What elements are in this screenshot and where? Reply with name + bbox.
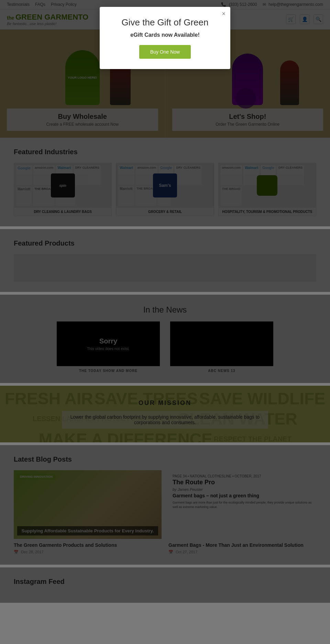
modal-subtitle: eGift Cards now Available! [110,32,220,38]
modal-title: Give the Gift of Green [110,17,220,28]
gift-modal: × Give the Gift of Green eGift Cards now… [100,7,230,69]
modal-close-button[interactable]: × [222,10,226,18]
buy-now-button[interactable]: Buy One Now [139,45,191,59]
modal-overlay: × Give the Gift of Green eGift Cards now… [0,0,330,603]
